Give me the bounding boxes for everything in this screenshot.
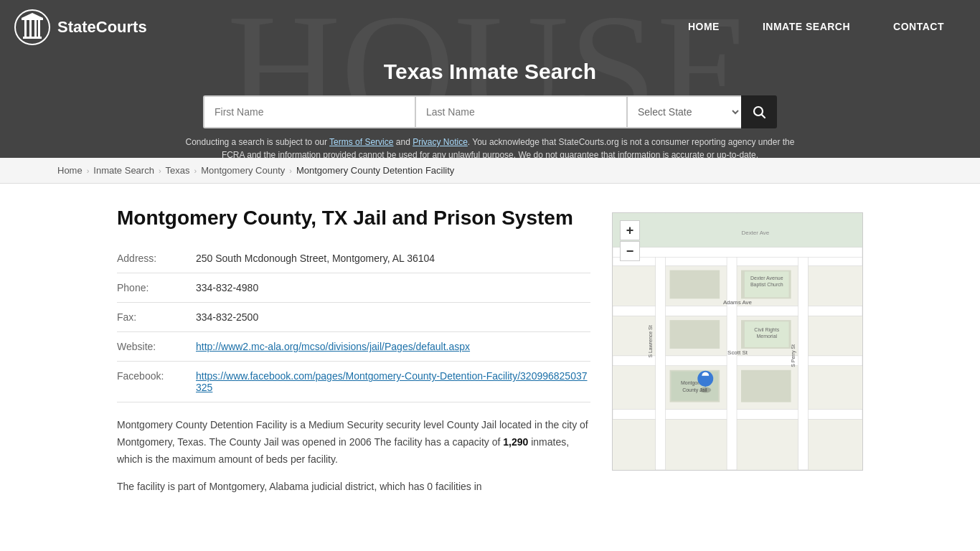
map-zoom-controls: + − bbox=[620, 220, 640, 261]
svg-rect-15 bbox=[613, 409, 862, 419]
chevron-icon-1: › bbox=[87, 166, 90, 175]
svg-rect-6 bbox=[38, 20, 40, 37]
facebook-label: Facebook: bbox=[117, 362, 196, 402]
svg-text:S Perry St: S Perry St bbox=[791, 344, 796, 367]
nav-contact[interactable]: CONTACT bbox=[872, 0, 966, 54]
chevron-icon-2: › bbox=[159, 166, 161, 175]
chevron-icon-3: › bbox=[194, 166, 197, 175]
svg-text:Adams Ave: Adams Ave bbox=[723, 299, 753, 306]
svg-text:Dexter Avenue: Dexter Avenue bbox=[750, 276, 783, 281]
fax-row: Fax: 334-832-2500 bbox=[117, 303, 590, 332]
first-name-input[interactable] bbox=[203, 95, 415, 128]
phone-value: 334-832-4980 bbox=[196, 273, 590, 303]
svg-rect-5 bbox=[34, 20, 37, 37]
breadcrumb-county[interactable]: Montgomery County bbox=[201, 165, 285, 176]
address-label: Address: bbox=[117, 253, 196, 273]
svg-rect-46 bbox=[613, 248, 862, 258]
terms-link[interactable]: Terms of Service bbox=[329, 137, 393, 147]
svg-rect-24 bbox=[741, 370, 791, 402]
disclaimer: Conducting a search is subject to our Te… bbox=[167, 136, 813, 158]
capacity-value: 1,290 bbox=[503, 436, 528, 448]
svg-marker-7 bbox=[22, 13, 43, 18]
zoom-in-button[interactable]: + bbox=[620, 220, 640, 240]
hero-title: Texas Inmate Search bbox=[384, 60, 596, 84]
search-bar: Select State Alabama Alaska Arizona Texa… bbox=[203, 95, 777, 128]
breadcrumb: Home › Inmate Search › Texas › Montgomer… bbox=[0, 158, 980, 184]
svg-point-39 bbox=[699, 387, 711, 393]
search-icon bbox=[752, 105, 766, 119]
content-left: Montgomery County, TX Jail and Prison Sy… bbox=[117, 205, 590, 506]
breadcrumb-texas[interactable]: Texas bbox=[166, 165, 190, 176]
svg-rect-19 bbox=[670, 270, 720, 299]
description-paragraph-1: Montgomery County Detention Facility is … bbox=[117, 417, 590, 468]
nav-inmate-search[interactable]: INMATE SEARCH bbox=[741, 0, 872, 54]
svg-text:S Lawrence St: S Lawrence St bbox=[648, 325, 653, 357]
svg-rect-2 bbox=[22, 18, 43, 20]
svg-line-9 bbox=[762, 115, 765, 118]
svg-rect-4 bbox=[29, 20, 32, 37]
svg-rect-21 bbox=[670, 320, 720, 349]
description: Montgomery County Detention Facility is … bbox=[117, 417, 590, 495]
fax-value: 334-832-2500 bbox=[196, 303, 590, 332]
last-name-input[interactable] bbox=[415, 95, 626, 128]
website-label: Website: bbox=[117, 332, 196, 362]
map-area: Dexter Avenue Baptist Church Civil Right… bbox=[612, 212, 863, 506]
phone-row: Phone: 334-832-4980 bbox=[117, 273, 590, 303]
site-name: StateCourts bbox=[57, 18, 147, 37]
website-value: http://www2.mc-ala.org/mcso/divisions/ja… bbox=[196, 332, 590, 362]
facebook-link[interactable]: https://www.facebook.com/pages/Montgomer… bbox=[196, 370, 590, 393]
svg-text:Civil Rights: Civil Rights bbox=[754, 327, 779, 333]
search-button[interactable] bbox=[741, 95, 777, 128]
breadcrumb-home[interactable]: Home bbox=[57, 165, 83, 176]
svg-text:Memorial: Memorial bbox=[756, 334, 777, 339]
map-svg: Dexter Avenue Baptist Church Civil Right… bbox=[613, 213, 862, 470]
zoom-out-button[interactable]: − bbox=[620, 241, 640, 261]
address-row: Address: 250 South Mcdonough Street, Mon… bbox=[117, 253, 590, 273]
fax-label: Fax: bbox=[117, 303, 196, 332]
svg-text:Baptist Church: Baptist Church bbox=[750, 282, 783, 288]
info-table: Address: 250 South Mcdonough Street, Mon… bbox=[117, 253, 590, 402]
state-select[interactable]: Select State Alabama Alaska Arizona Texa… bbox=[626, 95, 741, 128]
address-value: 250 South Mcdonough Street, Montgomery, … bbox=[196, 253, 590, 273]
phone-label: Phone: bbox=[117, 273, 196, 303]
main-container: Montgomery County, TX Jail and Prison Sy… bbox=[60, 184, 920, 527]
svg-rect-1 bbox=[23, 37, 42, 39]
hero-content: Texas Inmate Search Select State Alabama… bbox=[0, 54, 980, 158]
facebook-row: Facebook: https://www.facebook.com/pages… bbox=[117, 362, 590, 402]
facebook-value: https://www.facebook.com/pages/Montgomer… bbox=[196, 362, 590, 402]
breadcrumb-inmate-search[interactable]: Inmate Search bbox=[93, 165, 154, 176]
description-paragraph-2: The facility is part of Montgomery, Alab… bbox=[117, 479, 590, 496]
map-container: Dexter Avenue Baptist Church Civil Right… bbox=[612, 212, 863, 471]
navbar: StateCourts HOME INMATE SEARCH CONTACT bbox=[0, 0, 980, 54]
website-row: Website: http://www2.mc-ala.org/mcso/div… bbox=[117, 332, 590, 362]
chevron-icon-4: › bbox=[289, 166, 292, 175]
website-link[interactable]: http://www2.mc-ala.org/mcso/divisions/ja… bbox=[196, 341, 470, 352]
svg-text:Scott St: Scott St bbox=[727, 349, 748, 356]
svg-rect-13 bbox=[613, 306, 862, 316]
svg-text:Dexter Ave: Dexter Ave bbox=[742, 230, 770, 236]
nav-home[interactable]: HOME bbox=[666, 0, 741, 54]
privacy-link[interactable]: Privacy Notice bbox=[413, 137, 468, 147]
logo-icon bbox=[14, 9, 50, 45]
nav-links: HOME INMATE SEARCH CONTACT bbox=[666, 0, 966, 54]
logo-link[interactable]: StateCourts bbox=[14, 9, 147, 45]
svg-rect-3 bbox=[24, 20, 27, 37]
breadcrumb-current: Montgomery County Detention Facility bbox=[296, 165, 454, 176]
hero-section: StateCourts HOME INMATE SEARCH CONTACT T… bbox=[0, 0, 980, 158]
facility-title: Montgomery County, TX Jail and Prison Sy… bbox=[117, 205, 590, 231]
svg-rect-44 bbox=[613, 213, 862, 253]
